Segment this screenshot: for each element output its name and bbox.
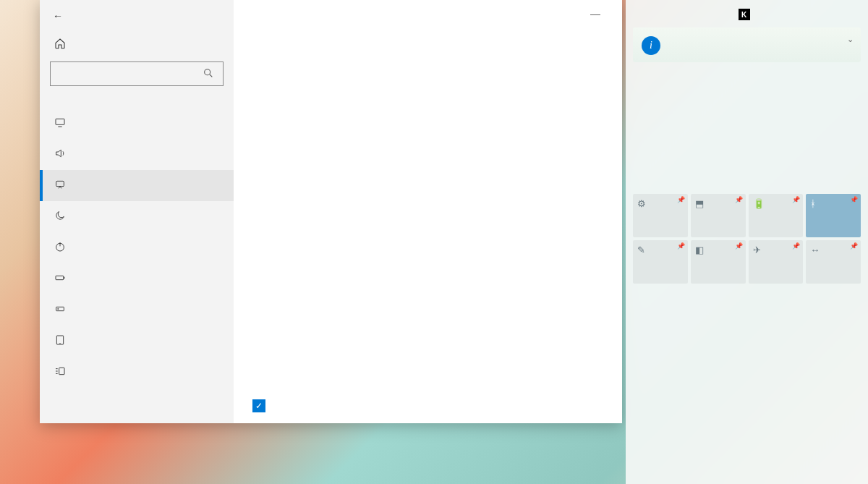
- tile-airplane[interactable]: ✈📌: [749, 240, 804, 284]
- svg-rect-4: [56, 276, 64, 279]
- sidebar-item-tablet[interactable]: [40, 326, 234, 357]
- display-icon: [54, 116, 67, 130]
- notification-card[interactable]: i ⌄: [633, 27, 861, 62]
- share-icon: ↔: [810, 245, 820, 255]
- multitasking-icon: [54, 365, 67, 379]
- info-icon: i: [642, 36, 660, 55]
- minimize-button[interactable]: [590, 14, 600, 15]
- pin-icon: 📌: [677, 242, 685, 250]
- sidebar-item-sound[interactable]: [40, 139, 234, 170]
- pin-icon: 📌: [735, 196, 743, 203]
- tile[interactable]: ⚙📌: [633, 194, 688, 237]
- notification-icon: [54, 179, 67, 192]
- tile-nearby[interactable]: ↔📌: [806, 240, 861, 284]
- sidebar-item-focus[interactable]: [40, 201, 234, 232]
- settings-content: ✓: [234, 0, 622, 423]
- search-icon: [203, 67, 214, 81]
- sound-icon: [54, 148, 67, 161]
- svg-rect-8: [59, 368, 64, 374]
- tablet-icon: [54, 334, 67, 348]
- svg-point-6: [58, 308, 59, 309]
- search-input[interactable]: [50, 61, 224, 86]
- sidebar-item-power[interactable]: [40, 232, 234, 263]
- moon-icon: [54, 210, 67, 224]
- sidebar-item-notifications[interactable]: [40, 170, 234, 201]
- tile[interactable]: ✎📌: [633, 240, 688, 284]
- power-icon: [54, 241, 67, 255]
- battery-icon: [54, 272, 67, 286]
- sidebar-item-battery[interactable]: [40, 263, 234, 294]
- bluetooth-icon: ᚼ: [810, 198, 816, 209]
- tile[interactable]: ◧📌: [691, 240, 746, 284]
- tile-icon: ⬒: [695, 198, 704, 209]
- battery-icon: 🔋: [753, 198, 765, 209]
- pin-icon: 📌: [792, 196, 800, 203]
- action-center-title: K: [633, 6, 861, 27]
- pin-icon: 📌: [792, 242, 800, 250]
- svg-point-0: [205, 69, 210, 75]
- tile-icon: ⚙: [637, 198, 646, 209]
- airplane-icon: ✈: [753, 245, 761, 255]
- action-center: K i ⌄ ⚙📌 ⬒📌 🔋📌 ᚼ📌 ✎📌 ◧📌 ✈📌 ↔📌: [626, 0, 868, 484]
- tile[interactable]: ⬒📌: [691, 194, 746, 237]
- quick-action-grid: ⚙📌 ⬒📌 🔋📌 ᚼ📌 ✎📌 ◧📌 ✈📌 ↔📌: [633, 194, 861, 284]
- svg-rect-2: [56, 181, 64, 186]
- tile-bluetooth[interactable]: ᚼ📌: [806, 194, 861, 237]
- pin-icon: 📌: [735, 242, 743, 250]
- checkbox-row[interactable]: ✓: [252, 376, 294, 412]
- home-item[interactable]: [40, 27, 234, 61]
- pin-icon: 📌: [850, 242, 858, 250]
- pin-icon: 📌: [850, 196, 858, 203]
- sidebar-item-multitasking[interactable]: [40, 357, 234, 388]
- checkbox-icon[interactable]: ✓: [252, 399, 265, 412]
- pin-icon: 📌: [677, 196, 685, 203]
- tile-icon: ✎: [637, 245, 645, 255]
- sidebar-item-display[interactable]: [40, 108, 234, 139]
- tile-icon: ◧: [695, 245, 704, 255]
- chevron-down-icon[interactable]: ⌄: [847, 35, 854, 44]
- clear-all-button[interactable]: [633, 68, 861, 194]
- back-icon[interactable]: ←: [53, 10, 63, 22]
- killer-logo-icon: K: [739, 9, 750, 20]
- settings-window: ←: [40, 0, 622, 423]
- settings-left-panel: ←: [40, 0, 234, 423]
- svg-rect-1: [56, 119, 64, 124]
- category-header: [40, 99, 234, 108]
- home-icon: [54, 38, 66, 51]
- tile-battery-saver[interactable]: 🔋📌: [749, 194, 804, 237]
- storage-icon: [54, 303, 67, 317]
- sidebar-item-storage[interactable]: [40, 294, 234, 326]
